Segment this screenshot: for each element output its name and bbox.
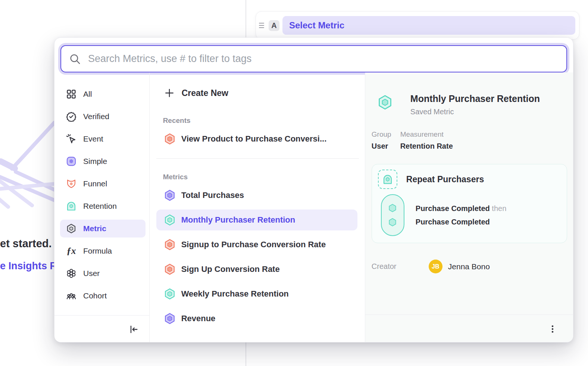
metric-hexagon-icon <box>164 214 176 226</box>
metric-list-item[interactable]: Signup to Purchase Conversion Rate <box>156 234 357 255</box>
funnel-icon <box>66 178 77 189</box>
search-area <box>54 38 573 72</box>
detail-title: Monthly Purchaser Retention <box>410 93 540 104</box>
property-value: User <box>372 142 391 151</box>
user-cluster-icon <box>66 268 77 279</box>
sidebar-item-label: Verified <box>83 112 109 121</box>
step-event-name: Purchase Completed <box>416 218 490 226</box>
metric-query-row: A Select Metric <box>256 11 579 40</box>
sidebar-item-formula[interactable]: ƒx Formula <box>60 242 146 260</box>
sidebar-item-label: Funnel <box>83 179 107 188</box>
kebab-menu-icon[interactable] <box>548 324 557 334</box>
step-suffix: then <box>492 204 506 213</box>
definition-step: Purchase Completed then <box>416 204 506 213</box>
grid-icon <box>66 89 77 100</box>
decorative-chart-lines <box>0 120 56 254</box>
metric-hexagon-icon <box>164 133 176 145</box>
section-divider <box>156 158 359 159</box>
metric-definition-card: Repeat Purchasers Purchase Completed <box>372 164 567 243</box>
metric-name: View Product to Purchase Conversi... <box>181 134 327 144</box>
creator-label: Creator <box>372 262 421 271</box>
create-new-label: Create New <box>182 88 228 98</box>
property-measurement: Measurement Retention Rate <box>400 130 453 151</box>
metric-hexagon-icon <box>164 189 176 202</box>
metric-hexagon-icon <box>164 312 176 325</box>
sidebar-item-label: Simple <box>83 157 107 166</box>
search-box[interactable] <box>60 45 567 72</box>
metric-name: Total Purchases <box>181 190 244 200</box>
select-metric-label: Select Metric <box>289 20 344 31</box>
search-icon <box>69 53 81 65</box>
sidebar-item-label: User <box>83 269 100 278</box>
sidebar-item-simple[interactable]: Simple <box>60 152 146 170</box>
step-event-name: Purchase Completed <box>416 204 490 213</box>
verified-badge-icon <box>66 111 77 122</box>
metric-list-item[interactable]: Revenue <box>156 308 357 329</box>
definition-name: Repeat Purchasers <box>406 174 484 184</box>
collapse-left-icon[interactable] <box>128 324 139 335</box>
sidebar-item-metric[interactable]: Metric <box>60 220 146 238</box>
retention-steps-capsule <box>381 194 404 236</box>
retention-bordered-icon <box>378 170 397 189</box>
property-label: Group <box>372 130 391 139</box>
recents-section-label: Recents <box>163 117 365 125</box>
series-badge: A <box>269 20 279 31</box>
metric-name: Weekly Purchase Retention <box>181 289 289 299</box>
metric-hexagon-icon <box>164 288 176 300</box>
formula-icon: ƒx <box>66 245 77 257</box>
category-sidebar: All Verified <box>54 72 150 342</box>
sidebar-item-event[interactable]: Event <box>60 130 146 148</box>
sidebar-item-retention[interactable]: Retention <box>60 197 146 215</box>
sidebar-item-all[interactable]: All <box>60 85 146 103</box>
event-cursor-icon <box>66 133 77 145</box>
retention-icon <box>66 201 77 212</box>
sidebar-item-label: Event <box>83 134 103 143</box>
sidebar-item-label: Metric <box>83 224 106 233</box>
metric-list-item[interactable]: View Product to Purchase Conversi... <box>156 128 357 149</box>
metric-hexagon-icon <box>66 223 77 234</box>
plus-icon <box>165 88 174 98</box>
search-input[interactable] <box>88 53 559 65</box>
metric-list-item[interactable]: Sign Up Conversion Rate <box>156 259 357 280</box>
background-link-fragment[interactable]: e Insights Re <box>0 260 63 272</box>
metric-list: Create New Recents View Product to Purch… <box>150 72 365 342</box>
detail-subtitle: Saved Metric <box>410 108 540 116</box>
simple-metric-icon <box>66 156 77 167</box>
property-value: Retention Rate <box>400 142 453 151</box>
sidebar-item-label: Formula <box>83 246 112 255</box>
metric-list-item[interactable]: Total Purchases <box>156 185 357 206</box>
definition-step: Purchase Completed <box>416 218 506 226</box>
property-label: Measurement <box>400 130 453 139</box>
sidebar-item-user[interactable]: User <box>60 264 146 282</box>
creator-avatar: JB <box>429 260 442 273</box>
metric-name: Sign Up Conversion Rate <box>181 264 280 274</box>
sidebar-item-label: All <box>83 90 92 99</box>
creator-name: Jenna Bono <box>448 262 490 271</box>
sidebar-item-cohort[interactable]: Cohort <box>60 287 146 305</box>
metric-hexagon-icon <box>164 263 176 276</box>
metric-name: Monthly Purchaser Retention <box>181 215 295 225</box>
sidebar-item-funnel[interactable]: Funnel <box>60 175 146 193</box>
drag-handle-icon[interactable] <box>259 23 266 28</box>
create-new-button[interactable]: Create New <box>150 84 365 102</box>
sidebar-item-label: Retention <box>83 202 117 211</box>
metric-picker-modal: All Verified <box>54 37 573 342</box>
step-hexagon-icon <box>387 203 398 213</box>
step-hexagon-icon <box>387 217 398 227</box>
background-heading-fragment: et started. <box>0 238 52 250</box>
metric-hexagon-icon <box>164 238 176 251</box>
cohort-icon <box>66 290 77 301</box>
metric-detail-panel: Monthly Purchaser Retention Saved Metric… <box>365 72 573 342</box>
metric-name: Signup to Purchase Conversion Rate <box>181 240 326 249</box>
sidebar-item-verified[interactable]: Verified <box>60 108 146 125</box>
metric-list-item[interactable]: Weekly Purchase Retention <box>156 283 357 304</box>
metric-list-item-selected[interactable]: Monthly Purchaser Retention <box>156 210 357 230</box>
property-group: Group User <box>372 130 391 151</box>
sidebar-item-label: Cohort <box>83 291 107 300</box>
metrics-section-label: Metrics <box>163 173 365 181</box>
metric-name: Revenue <box>181 314 216 323</box>
select-metric-button[interactable]: Select Metric <box>282 16 575 35</box>
teal-hexagon-icon <box>377 94 393 111</box>
